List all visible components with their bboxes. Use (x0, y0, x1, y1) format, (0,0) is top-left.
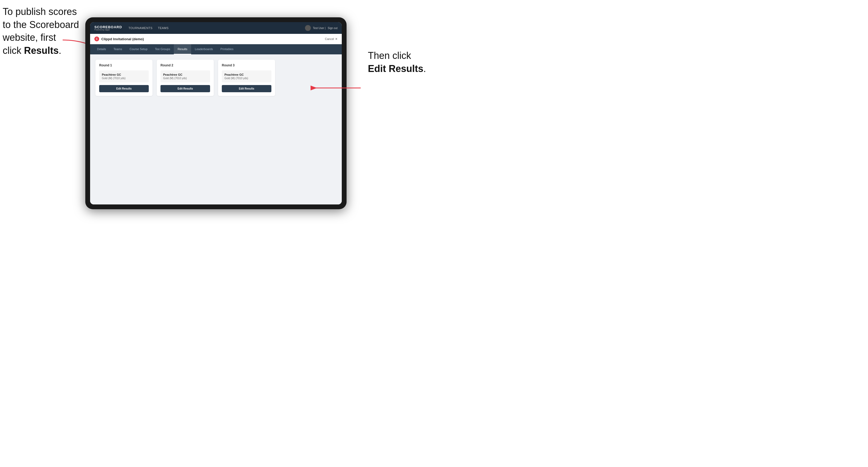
user-label: Test User | (313, 27, 326, 30)
nav-teams[interactable]: TEAMS (158, 26, 168, 30)
nav-right: Test User | Sign out (305, 25, 338, 31)
edit-results-button-3[interactable]: Edit Results (222, 85, 271, 92)
tab-course-setup[interactable]: Course Setup (126, 44, 151, 54)
instruction-left: To publish scores to the Scoreboard webs… (3, 5, 79, 57)
tournament-icon: C (94, 36, 99, 41)
round-1-title: Round 1 (99, 63, 149, 67)
tab-teams[interactable]: Teams (110, 44, 126, 54)
round-1-course-info: Gold (M) (7010 yds) (102, 77, 146, 80)
instruction-line3: website, first (3, 32, 56, 43)
round-3-title: Round 3 (222, 63, 271, 67)
instruction-line1: To publish scores (3, 6, 77, 17)
tab-printables[interactable]: Printables (217, 44, 237, 54)
tab-bar: Details Teams Course Setup Tee Groups Re… (90, 44, 342, 54)
signout-link[interactable]: Sign out (328, 27, 338, 30)
main-content: Round 1 Peachtree GC Gold (M) (7010 yds)… (90, 54, 342, 205)
instruction-line4: click (3, 45, 24, 56)
tab-results[interactable]: Results (174, 44, 191, 54)
logo-sub: Powered by clippd (94, 29, 122, 31)
logo-area: SCOREBOARD Powered by clippd (94, 25, 122, 31)
cancel-button[interactable]: Cancel ✕ (325, 37, 338, 41)
tab-details[interactable]: Details (93, 44, 110, 54)
round-2-course-info: Gold (M) (7010 yds) (163, 77, 208, 80)
edit-results-button-1[interactable]: Edit Results (99, 85, 149, 92)
round-card-3: Round 3 Peachtree GC Gold (M) (7010 yds)… (218, 60, 275, 96)
round-3-course-card: Peachtree GC Gold (M) (7010 yds) (222, 70, 271, 82)
nav-links: TOURNAMENTS TEAMS (128, 26, 305, 30)
edit-results-highlight: Edit Results (368, 63, 423, 74)
round-2-course-name: Peachtree GC (163, 73, 208, 76)
tablet-screen: SCOREBOARD Powered by clippd TOURNAMENTS… (90, 22, 342, 205)
round-3-course-info: Gold (M) (7010 yds) (224, 77, 269, 80)
user-avatar (305, 25, 311, 31)
round-2-course-card: Peachtree GC Gold (M) (7010 yds) (160, 70, 210, 82)
instruction-right: Then click Edit Results. (368, 49, 426, 75)
tab-leaderboards[interactable]: Leaderboards (191, 44, 217, 54)
round-1-course-card: Peachtree GC Gold (M) (7010 yds) (99, 70, 149, 82)
tournament-title: Clippd Invitational (demo) (101, 37, 144, 41)
round-card-1: Round 1 Peachtree GC Gold (M) (7010 yds)… (95, 60, 153, 96)
nav-tournaments[interactable]: TOURNAMENTS (128, 26, 153, 30)
round-3-course-name: Peachtree GC (224, 73, 269, 76)
tablet-frame: SCOREBOARD Powered by clippd TOURNAMENTS… (85, 17, 347, 209)
logo-text: SCOREBOARD (94, 25, 122, 29)
edit-results-button-2[interactable]: Edit Results (160, 85, 210, 92)
tab-tee-groups[interactable]: Tee Groups (151, 44, 174, 54)
navbar: SCOREBOARD Powered by clippd TOURNAMENTS… (90, 22, 342, 34)
round-card-2: Round 2 Peachtree GC Gold (M) (7010 yds)… (157, 60, 214, 96)
instruction-right-line1: Then click (368, 50, 411, 61)
instruction-line2: to the Scoreboard (3, 19, 79, 30)
results-highlight: Results (24, 45, 59, 56)
rounds-grid: Round 1 Peachtree GC Gold (M) (7010 yds)… (95, 60, 336, 96)
tournament-title-area: C Clippd Invitational (demo) (94, 36, 144, 41)
round-1-course-name: Peachtree GC (102, 73, 146, 76)
tournament-header: C Clippd Invitational (demo) Cancel ✕ (90, 34, 342, 44)
empty-column (279, 60, 336, 96)
round-2-title: Round 2 (160, 63, 210, 67)
close-icon: ✕ (335, 37, 338, 41)
